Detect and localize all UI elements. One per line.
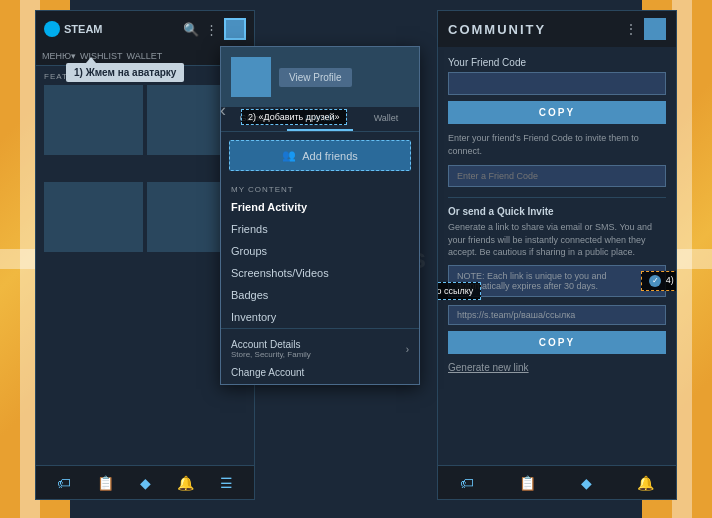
search-icon[interactable]: 🔍 <box>183 22 199 37</box>
community-more-icon[interactable]: ⋮ <box>624 21 638 37</box>
quick-invite-title: Or send a Quick Invite <box>448 206 666 217</box>
nav-wallet[interactable]: WALLET <box>127 51 163 61</box>
copy-invite-link-button[interactable]: COPY <box>448 331 666 354</box>
menu-friend-activity[interactable]: Friend Activity <box>221 196 419 218</box>
generate-new-link-button[interactable]: Generate new link <box>448 360 529 375</box>
divider <box>448 197 666 198</box>
community-store-icon[interactable]: ◆ <box>581 475 592 491</box>
friend-code-label: Your Friend Code <box>448 57 666 68</box>
menu-friends[interactable]: Friends <box>221 218 419 240</box>
my-content-label: MY CONTENT <box>221 179 419 196</box>
steam-logo-icon <box>44 21 60 37</box>
menu-screenshots[interactable]: Screenshots/Videos <box>221 262 419 284</box>
hamburger-icon[interactable]: ☰ <box>220 475 233 491</box>
account-details-label: Account Details <box>231 339 311 350</box>
community-library-icon[interactable]: 📋 <box>519 475 536 491</box>
invite-description: Enter your friend's Friend Code to invit… <box>448 132 666 157</box>
profile-account-section: Account Details Store, Security, Family … <box>221 328 419 384</box>
nav-menu[interactable]: МЕНЮ▾ <box>42 51 76 61</box>
notifications-icon[interactable]: 🔔 <box>177 475 194 491</box>
community-avatar[interactable] <box>644 18 666 40</box>
tooltip-click-avatar: 1) Жмем на аватарку <box>66 63 184 82</box>
chevron-right-icon: › <box>406 344 409 355</box>
copy-friend-code-button[interactable]: COPY <box>448 101 666 124</box>
steam-logo-text: STEAM <box>64 23 103 35</box>
steam-bottom-bar: 🏷 📋 ◆ 🔔 ☰ <box>36 465 254 499</box>
quick-invite-description: Generate a link to share via email or SM… <box>448 221 666 259</box>
community-bell-icon[interactable]: 🔔 <box>637 475 654 491</box>
more-options-icon[interactable]: ⋮ <box>205 22 218 37</box>
add-friends-icon: 👥 <box>282 149 296 162</box>
community-title: COMMUNITY <box>448 22 546 37</box>
step2-tooltip: 2) «Добавить друзей» <box>241 109 347 125</box>
featured-item-1[interactable] <box>44 85 143 155</box>
add-friends-label: Add friends <box>302 150 358 162</box>
change-account-label: Change Account <box>231 367 304 378</box>
profile-avatar-large <box>231 57 271 97</box>
community-header-icons: ⋮ <box>624 18 666 40</box>
view-profile-button[interactable]: View Profile <box>279 68 352 87</box>
steam-header: STEAM 🔍 ⋮ <box>36 11 254 47</box>
step3-tooltip: 3) Создаем новую ссылку <box>438 282 481 300</box>
tag-icon[interactable]: 🏷 <box>57 475 71 491</box>
community-content: Your Friend Code COPY Enter your friend'… <box>438 47 676 465</box>
user-avatar[interactable] <box>224 18 246 40</box>
add-friends-button[interactable]: 👥 Add friends <box>229 140 411 171</box>
profile-header: View Profile <box>221 47 419 107</box>
account-details-sub: Store, Security, Family <box>231 350 311 359</box>
profile-menu-list: Friend Activity Friends Groups Screensho… <box>221 196 419 328</box>
community-header: COMMUNITY ⋮ <box>438 11 676 47</box>
menu-groups[interactable]: Groups <box>221 240 419 262</box>
library-icon[interactable]: 📋 <box>97 475 114 491</box>
community-tag-icon[interactable]: 🏷 <box>460 475 474 491</box>
tab-wallet[interactable]: Wallet <box>353 107 419 131</box>
steam-logo: STEAM <box>44 21 103 37</box>
community-panel: COMMUNITY ⋮ Your Friend Code COPY Enter … <box>437 10 677 500</box>
friend-code-input[interactable] <box>448 72 666 95</box>
menu-inventory[interactable]: Inventory <box>221 306 419 328</box>
community-bottom-bar: 🏷 📋 ◆ 🔔 <box>438 465 676 499</box>
store-icon[interactable]: ◆ <box>140 475 151 491</box>
enter-friend-code-input[interactable] <box>448 165 666 187</box>
account-details-item[interactable]: Account Details Store, Security, Family … <box>231 335 409 363</box>
step4-check-icon: ✓ <box>649 275 661 287</box>
step4-tooltip: ✓ 4) Копируем новую ссылку <box>641 271 676 291</box>
profile-dropdown: View Profile 2) «Добавить друзей» Games … <box>220 46 420 385</box>
change-account-item[interactable]: Change Account <box>231 363 409 382</box>
featured-item-3[interactable] <box>44 182 143 252</box>
invite-url-display: https://s.team/p/ваша/ссылка <box>448 305 666 325</box>
menu-badges[interactable]: Badges <box>221 284 419 306</box>
back-chevron[interactable]: ‹ <box>220 100 226 121</box>
